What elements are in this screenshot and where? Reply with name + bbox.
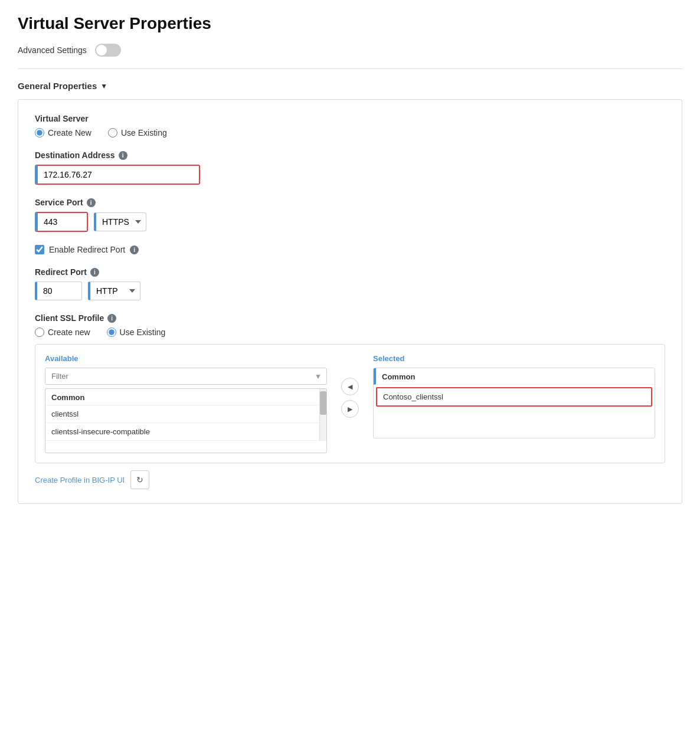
create-profile-link[interactable]: Create Profile in BIG-IP UI [35,476,125,484]
radio-use-existing[interactable]: Use Existing [108,128,167,137]
filter-icon: ▼ [310,372,326,381]
virtual-server-radio-group: Create New Use Existing [35,128,665,137]
available-list-box: Common clientssl clientssl-insecure-comp… [45,388,327,453]
service-port-group: Service Port i 443 HTTPS HTTP FTP TCP UD… [35,198,665,232]
filter-row: ▼ [45,368,327,385]
radio-use-existing-label: Use Existing [121,128,167,137]
general-properties-card: Virtual Server Create New Use Existing D… [18,99,682,504]
client-ssl-radio-group: Create new Use Existing [35,328,665,337]
radio-create-new-label: Create New [48,128,91,137]
selected-list-box: Common Contoso_clientssl [373,368,655,438]
service-port-protocol-select[interactable]: HTTPS HTTP FTP TCP UDP [94,212,146,231]
client-ssl-profile-info-icon[interactable]: i [107,314,116,323]
enable-redirect-port-label: Enable Redirect Port [49,245,125,254]
general-properties-label: General Properties [18,81,97,91]
redirect-port-row: 80 HTTP HTTPS FTP TCP UDP [35,281,665,300]
redirect-port-label: Redirect Port i [35,267,665,277]
available-panel: Available ▼ Common clientssl clientssl-i… [45,354,327,453]
refresh-icon: ↻ [136,475,143,484]
divider [18,68,682,69]
destination-address-label: Destination Address i [35,150,665,160]
list-item-clientssl[interactable]: clientssl [45,405,319,423]
move-left-button[interactable]: ◀ [341,378,359,395]
advanced-settings-label: Advanced Settings [18,45,87,55]
radio-ssl-use-existing-label: Use Existing [120,328,166,337]
list-item-clientssl-insecure[interactable]: clientssl-insecure-compatible [45,423,319,441]
general-properties-heading[interactable]: General Properties ▼ [18,81,682,91]
list-items: Common clientssl clientssl-insecure-comp… [45,389,319,441]
selected-group-header: Common [374,368,655,385]
refresh-button[interactable]: ↻ [130,470,149,489]
destination-address-info-icon[interactable]: i [119,151,127,160]
radio-ssl-use-existing[interactable]: Use Existing [107,328,166,337]
redirect-port-input[interactable]: 80 [35,281,82,300]
service-port-info-icon[interactable]: i [87,198,96,207]
radio-create-new[interactable]: Create New [35,128,91,137]
enable-redirect-port-info-icon[interactable]: i [130,245,139,254]
radio-ssl-create-new-label: Create new [48,328,90,337]
radio-ssl-create-new-input[interactable] [35,328,44,337]
radio-use-existing-input[interactable] [108,128,117,137]
transfer-buttons: ◀ ▶ [336,378,364,418]
redirect-port-info-icon[interactable]: i [90,268,99,277]
radio-ssl-create-new[interactable]: Create new [35,328,90,337]
destination-address-group: Destination Address i 172.16.76.27 [35,150,665,185]
radio-ssl-use-existing-input[interactable] [107,328,116,337]
redirect-port-protocol-select[interactable]: HTTP HTTPS FTP TCP UDP [88,281,140,300]
list-box-scrollbar[interactable] [319,389,326,441]
enable-redirect-port-row[interactable]: Enable Redirect Port i [35,245,665,254]
destination-address-input[interactable]: 172.16.76.27 [35,165,200,185]
general-properties-arrow: ▼ [100,82,107,90]
client-ssl-profile-label: Client SSL Profile i [35,313,665,323]
client-ssl-profile-section: Client SSL Profile i Create new Use Exis… [35,313,665,489]
move-right-button[interactable]: ▶ [341,400,359,418]
service-port-row: 443 HTTPS HTTP FTP TCP UDP [35,212,665,232]
virtual-server-label: Virtual Server [35,114,665,123]
list-box-inner: Common clientssl clientssl-insecure-comp… [45,389,326,441]
virtual-server-group: Virtual Server Create New Use Existing [35,114,665,137]
selected-label: Selected [373,354,655,363]
selected-item-contoso[interactable]: Contoso_clientssl [376,387,652,407]
create-profile-row: Create Profile in BIG-IP UI ↻ [35,470,665,489]
radio-create-new-input[interactable] [35,128,44,137]
redirect-port-group: Redirect Port i 80 HTTP HTTPS FTP TCP UD… [35,267,665,300]
enable-redirect-port-checkbox[interactable] [35,245,44,254]
scrollbar-thumb [320,391,326,415]
service-port-label: Service Port i [35,198,665,207]
available-label: Available [45,354,327,363]
filter-input[interactable] [45,368,310,384]
available-group-header: Common [45,389,319,405]
selected-panel: Selected Common Contoso_clientssl [373,354,655,438]
ssl-dual-panel: Available ▼ Common clientssl clientssl-i… [35,344,665,463]
service-port-input[interactable]: 443 [35,212,88,232]
advanced-settings-toggle[interactable] [95,44,121,57]
advanced-settings-row: Advanced Settings [18,44,682,57]
page-title: Virtual Server Properties [18,14,682,33]
